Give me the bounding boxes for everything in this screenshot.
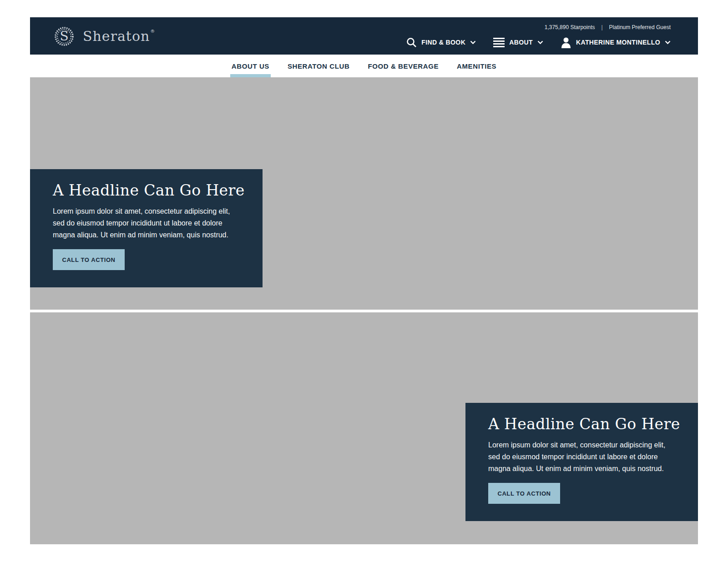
find-book-menu[interactable]: FIND & BOOK: [406, 37, 476, 48]
section-nav: ABOUT US SHERATON CLUB FOOD & BEVERAGE A…: [30, 55, 698, 77]
active-tab-indicator: [230, 74, 271, 77]
promo-body-text: Lorem ipsum dolor sit amet, consectetur …: [53, 206, 240, 241]
call-to-action-button[interactable]: CALL TO ACTION: [53, 249, 125, 270]
promo-headline: A Headline Can Go Here: [488, 416, 675, 433]
tab-label: ABOUT US: [232, 62, 269, 70]
call-to-action-button[interactable]: CALL TO ACTION: [488, 483, 560, 504]
promo-card-1: A Headline Can Go Here Lorem ipsum dolor…: [30, 169, 263, 287]
starpoints-balance: 1,375,890 Starpoints: [545, 24, 595, 30]
brand-name: Sheraton®: [83, 28, 155, 44]
user-icon: [561, 37, 571, 48]
utility-nav: FIND & BOOK: [406, 37, 671, 48]
tab-food-beverage[interactable]: FOOD & BEVERAGE: [368, 55, 439, 77]
chevron-down-icon: [537, 40, 543, 45]
loyalty-tier: Platinum Preferred Guest: [609, 24, 671, 30]
chevron-down-icon: [665, 40, 671, 45]
tab-label: FOOD & BEVERAGE: [368, 62, 439, 70]
promo-card-2: A Headline Can Go Here Lorem ipsum dolor…: [465, 403, 698, 521]
hero-image-placeholder-1: A Headline Can Go Here Lorem ipsum dolor…: [30, 77, 698, 310]
promo-headline: A Headline Can Go Here: [53, 182, 240, 199]
svg-text:S: S: [60, 29, 68, 44]
loyalty-divider: |: [601, 24, 602, 30]
registered-mark: ®: [150, 29, 155, 34]
sheraton-logo[interactable]: S Sheraton®: [30, 17, 155, 55]
about-menu[interactable]: ABOUT: [493, 38, 543, 47]
user-name-label: KATHERINE MONTINELLO: [576, 39, 660, 46]
search-icon: [406, 37, 417, 48]
menu-icon: [493, 38, 505, 47]
sheraton-wreath-icon: S: [53, 25, 76, 47]
header: S Sheraton® 1,375,890 Starpoints | Plati…: [30, 17, 698, 55]
tab-label: SHERATON CLUB: [288, 62, 349, 70]
tab-sheraton-club[interactable]: SHERATON CLUB: [288, 55, 349, 77]
tab-amenities[interactable]: AMENITIES: [457, 55, 496, 77]
header-right: 1,375,890 Starpoints | Platinum Preferre…: [406, 17, 698, 55]
about-label: ABOUT: [509, 39, 533, 46]
find-book-label: FIND & BOOK: [421, 39, 465, 46]
promo-body-text: Lorem ipsum dolor sit amet, consectetur …: [488, 439, 675, 475]
user-account-menu[interactable]: KATHERINE MONTINELLO: [561, 37, 671, 48]
tab-label: AMENITIES: [457, 62, 496, 70]
page-container: S Sheraton® 1,375,890 Starpoints | Plati…: [30, 17, 698, 544]
hero-image-placeholder-2: A Headline Can Go Here Lorem ipsum dolor…: [30, 312, 698, 544]
loyalty-status-bar: 1,375,890 Starpoints | Platinum Preferre…: [545, 24, 671, 30]
tab-about-us[interactable]: ABOUT US: [232, 55, 269, 77]
chevron-down-icon: [470, 40, 476, 45]
